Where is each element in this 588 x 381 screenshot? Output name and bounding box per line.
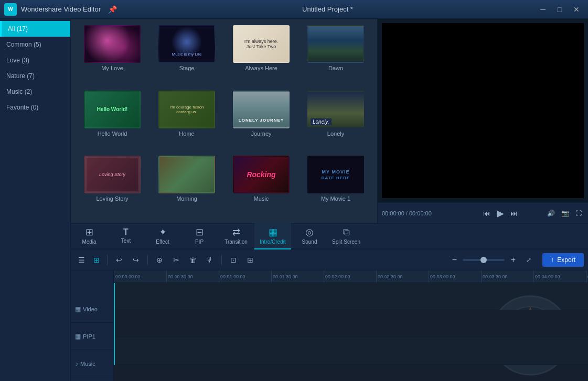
- toolbar-effect[interactable]: ✦ Effect: [144, 223, 181, 249]
- toolbar-sound[interactable]: ◎ Sound: [291, 223, 328, 249]
- track-label-text-pip1: PIP1: [83, 333, 95, 340]
- music-track-icon: ♪: [75, 360, 78, 367]
- toolbar-pip[interactable]: ⊟ PIP: [181, 223, 218, 249]
- close-button[interactable]: ✕: [569, 4, 584, 15]
- ruler-mark-2: 00:01:00:00: [219, 270, 245, 282]
- toolbar-text-label: Text: [121, 238, 131, 244]
- sidebar-item-music[interactable]: Music (2): [0, 84, 70, 100]
- track-label-pip1: ▦ PIP1: [71, 323, 113, 350]
- template-stage[interactable]: Music is my Life Stage: [152, 25, 222, 86]
- template-journey[interactable]: LONELY JOURNEY Journey: [226, 91, 296, 152]
- template-label-journey: Journey: [251, 130, 271, 137]
- zoom-slider[interactable]: [463, 259, 505, 261]
- zoom-out-button[interactable]: −: [448, 254, 461, 266]
- track-labels: ▦ Video ▦ PIP1 ♪ Music: [71, 270, 114, 381]
- insert-button[interactable]: ⊕: [152, 253, 167, 267]
- maximize-button[interactable]: □: [552, 4, 567, 15]
- template-dawn[interactable]: Dawn: [301, 25, 371, 86]
- template-thumb-my-love: [84, 25, 141, 63]
- merge-button[interactable]: ⊞: [243, 253, 258, 267]
- fullscreen-button[interactable]: ⛶: [573, 209, 584, 218]
- title-bar-left: W Wondershare Video Editor 📌: [4, 3, 120, 16]
- template-thumb-music: Rocking: [233, 156, 290, 193]
- template-lonely[interactable]: Lonely. Lonely: [301, 91, 371, 152]
- toolbar-intro-credit-label: Intro/Credit: [260, 239, 285, 245]
- track-label-video: ▦ Video: [71, 296, 113, 323]
- template-home[interactable]: I'm courage fusioncontarg us. Home: [152, 91, 222, 152]
- template-label-always-here: Always Here: [245, 65, 277, 71]
- template-music[interactable]: Rocking Music: [226, 156, 296, 217]
- pip1-track-row[interactable]: [114, 310, 588, 338]
- template-label-morning: Morning: [176, 195, 197, 202]
- minimize-button[interactable]: ─: [536, 4, 550, 15]
- template-my-movie[interactable]: MY MOVIE DATE HERE My Movie 1: [301, 156, 371, 217]
- transition-icon: ⇄: [232, 226, 240, 238]
- track-label-text-music: Music: [80, 361, 95, 367]
- template-loving-story[interactable]: Loving Story Loving Story: [77, 156, 147, 217]
- title-bar: W Wondershare Video Editor 📌 Untitled Pr…: [0, 0, 588, 19]
- ruler-mark-9: 00:04:30:00: [586, 270, 588, 282]
- fit-button[interactable]: ⤢: [521, 253, 536, 267]
- undo-button[interactable]: ↩: [112, 253, 126, 267]
- template-thumb-morning: [158, 156, 215, 193]
- pin-button[interactable]: 📌: [105, 4, 120, 15]
- template-my-love[interactable]: My Love: [77, 25, 147, 86]
- toolbar-intro-credit[interactable]: ▦ Intro/Credit: [254, 223, 291, 249]
- delete-button[interactable]: 🗑: [186, 253, 200, 267]
- sidebar-item-favorite[interactable]: Favorite (0): [0, 100, 70, 115]
- app-title: Wondershare Video Editor: [21, 5, 101, 13]
- zoom-in-button[interactable]: +: [507, 254, 519, 266]
- volume-button[interactable]: 🔊: [545, 209, 557, 218]
- template-thumb-hello-world: Hello World!: [84, 91, 141, 128]
- template-thumb-stage: Music is my Life: [158, 25, 215, 63]
- step-back-button[interactable]: ⏮: [481, 208, 493, 219]
- toolbar-text[interactable]: T Text: [108, 223, 144, 249]
- template-hello-world[interactable]: Hello World! Hello World: [77, 91, 147, 152]
- export-button[interactable]: ↑ Export: [542, 253, 584, 267]
- template-thumb-my-movie: MY MOVIE DATE HERE: [307, 156, 364, 193]
- toolbar-transition[interactable]: ⇄ Transition: [218, 223, 254, 249]
- template-grid: My Love Music is my Life Stage: [71, 19, 377, 223]
- main-layout: All (17) Common (5) Love (3) Nature (7) …: [0, 19, 588, 381]
- snapshot-button[interactable]: 📷: [559, 209, 571, 218]
- preview-panel: 00:00:00 / 00:00:00 ⏮ ▶ ⏭ 🔊 📷 ⛶: [378, 19, 588, 223]
- sidebar-item-common[interactable]: Common (5): [0, 37, 70, 52]
- template-thumb-journey: LONELY JOURNEY: [233, 91, 290, 128]
- split-screen-icon: ⧉: [343, 227, 350, 238]
- preview-right-controls: 🔊 📷 ⛶: [545, 209, 584, 218]
- toolbar-separator-1: [107, 255, 108, 265]
- record-button[interactable]: 🎙: [202, 253, 217, 267]
- sidebar-item-love[interactable]: Love (3): [0, 52, 70, 68]
- template-always-here[interactable]: I'm always here.Just Take Two Always Her…: [226, 25, 296, 86]
- template-morning[interactable]: Morning: [152, 156, 222, 217]
- step-forward-button[interactable]: ⏭: [508, 208, 520, 219]
- ruler-mark-1: 00:00:30:00: [166, 270, 193, 282]
- play-button[interactable]: ▶: [495, 206, 506, 220]
- music-track-row[interactable]: [114, 338, 588, 365]
- template-label-loving-story: Loving Story: [96, 195, 128, 202]
- template-label-my-love: My Love: [101, 65, 123, 71]
- cut-button[interactable]: ✂: [169, 253, 184, 267]
- toolbar-sound-label: Sound: [302, 239, 317, 245]
- zoom-controls: − + ⤢: [448, 253, 536, 267]
- preview-screen: [382, 23, 584, 198]
- detach-button[interactable]: ⊡: [226, 253, 241, 267]
- intro-credit-icon: ▦: [269, 226, 277, 238]
- toolbar-media-label: Media: [82, 239, 96, 245]
- pip-icon: ⊟: [196, 226, 204, 238]
- toolbar-media[interactable]: ⊞ Media: [71, 223, 108, 249]
- top-section: My Love Music is my Life Stage: [71, 19, 588, 223]
- template-thumb-dawn: [307, 25, 364, 63]
- preview-controls: 00:00:00 / 00:00:00 ⏮ ▶ ⏭ 🔊 📷 ⛶: [378, 202, 588, 223]
- list-view-button[interactable]: ☰: [75, 255, 88, 265]
- toolbar-split-screen[interactable]: ⧉ Split Screen: [328, 223, 365, 249]
- sidebar-item-all[interactable]: All (17): [0, 21, 70, 37]
- redo-button[interactable]: ↪: [129, 253, 143, 267]
- template-label-music: Music: [254, 195, 269, 202]
- ruler-mark-7: 00:03:30:00: [481, 270, 508, 282]
- video-track-row[interactable]: W: [114, 283, 588, 310]
- sidebar-item-nature[interactable]: Nature (7): [0, 68, 70, 84]
- grid-view-button[interactable]: ⊞: [90, 255, 103, 265]
- export-label: Export: [557, 256, 575, 264]
- toolbar-transition-label: Transition: [224, 239, 248, 245]
